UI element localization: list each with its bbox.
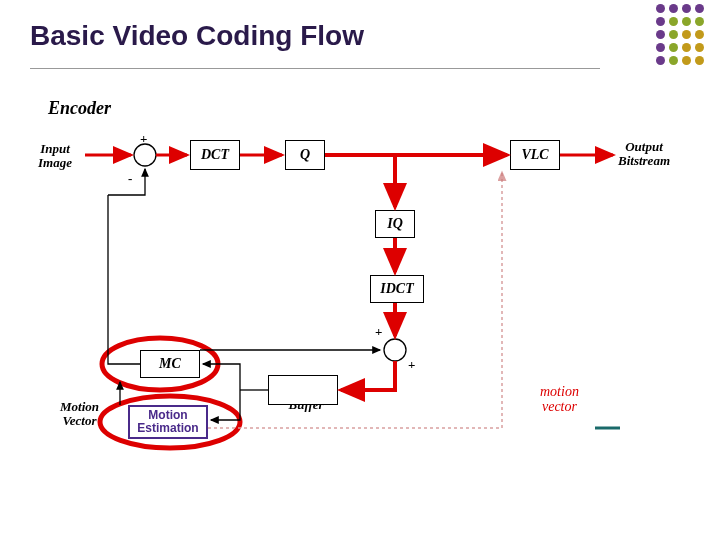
- idct-block: IDCT: [370, 275, 424, 303]
- mc-block: MC: [140, 350, 200, 378]
- plus-sign-bottom-b: +: [408, 358, 415, 372]
- plus-sign-top: +: [140, 132, 147, 146]
- svg-point-2: [134, 144, 156, 166]
- motion-estimation-block: Motion Estimation: [128, 405, 208, 439]
- dct-block: DCT: [190, 140, 240, 170]
- highlight-ellipses: [0, 0, 720, 540]
- title-underline: [30, 68, 600, 69]
- corner-dots: [656, 4, 706, 67]
- q-block: Q: [285, 140, 325, 170]
- minus-sign-top: -: [128, 172, 132, 186]
- iq-block: IQ: [375, 210, 415, 238]
- encoder-label: Encoder: [48, 98, 111, 119]
- plus-sign-bottom-a: +: [375, 325, 382, 339]
- frame-buffer-block: [268, 375, 338, 405]
- diagram-wires: [0, 0, 720, 540]
- input-image-label: Input Image: [38, 142, 72, 169]
- page-title: Basic Video Coding Flow: [30, 20, 364, 52]
- vlc-block: VLC: [510, 140, 560, 170]
- output-bitstream-label: Output Bitstream: [618, 140, 670, 167]
- svg-point-3: [384, 339, 406, 361]
- motion-vector-left-label: Motion Vector: [60, 400, 99, 427]
- motion-vector-right-label: motion vector: [540, 385, 579, 414]
